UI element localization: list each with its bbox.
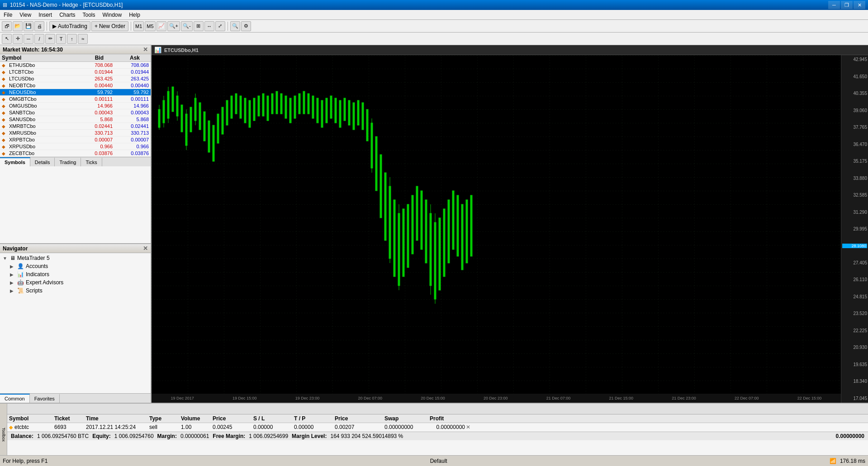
navigator-tree: ▼ 🖥 MetaTrader 5 ▶ 👤 Accounts ▶ 📊 Indica… [0, 253, 151, 393]
market-watch-row-xrpbtcbo[interactable]: ◆ XRPBTCbo 0.00007 0.00007 [0, 137, 151, 143]
svg-rect-43 [348, 100, 350, 125]
nav-icon: 👤 [17, 263, 24, 269]
mw-tab-trading[interactable]: Trading [55, 157, 81, 166]
line-btn[interactable]: / [34, 34, 44, 44]
market-watch-row-ltcusdbo[interactable]: ◆ LTCUSDbo 263.425 263.425 [0, 75, 151, 82]
price-42945: 42.945 [842, 57, 867, 62]
text-btn[interactable]: T [56, 34, 66, 44]
svg-rect-57 [412, 195, 413, 254]
mw-tab-details[interactable]: Details [30, 157, 55, 166]
menu-file[interactable]: File [0, 10, 16, 19]
svg-rect-39 [330, 96, 332, 118]
market-watch-row-ltcbtcbo[interactable]: ◆ LTCBTCbo 0.01944 0.01944 [0, 69, 151, 75]
neworder-btn[interactable]: + New Order [91, 21, 128, 31]
menu-view[interactable]: View [16, 10, 35, 19]
market-watch-row-neobtcbo[interactable]: ◆ NEOBTCbo 0.00440 0.00440 [0, 82, 151, 89]
zoom-out[interactable]: 🔍- [181, 21, 193, 31]
trade-volume: 1.00 [181, 424, 213, 430]
autotrading-label: AutoTrading [58, 23, 87, 29]
navigator-close[interactable]: ✕ [143, 245, 148, 252]
mw-ask: 0.02441 [113, 123, 149, 129]
menu-charts[interactable]: Charts [56, 10, 79, 19]
market-watch-row-omgusdbo[interactable]: ◆ OMGUSDbo 14.966 14.966 [0, 103, 151, 109]
nav-item-indicators[interactable]: ▶ 📊 Indicators [1, 270, 150, 278]
chart-area[interactable]: 📊 ETCUSDbo,H1 [152, 45, 868, 403]
svg-rect-45 [357, 100, 359, 125]
draw-btn[interactable]: ✏ [45, 34, 55, 44]
col-ask: Ask [104, 55, 140, 61]
search-btn[interactable]: 🔍 [230, 21, 240, 31]
navigator-header: Navigator ✕ [0, 244, 151, 253]
nav-tab-common[interactable]: Common [0, 394, 30, 403]
status-center: Default [430, 458, 447, 464]
market-watch-row-xmrusdbo[interactable]: ◆ XMRUSDbo 330.713 330.713 [0, 130, 151, 137]
market-watch-row-zecbtcbo[interactable]: ◆ ZECBTCbo 0.03876 0.03876 [0, 150, 151, 157]
nav-item-scripts[interactable]: ▶ 📜 Scripts [1, 287, 150, 295]
sep1 [47, 22, 47, 31]
menu-window[interactable]: Window [99, 10, 126, 19]
chart-scroll[interactable]: ↔ [204, 21, 214, 31]
menu-tools[interactable]: Tools [79, 10, 99, 19]
close-button[interactable]: ✕ [854, 1, 865, 9]
chart-auto[interactable]: ⤢ [215, 21, 225, 31]
nav-item-metatrader-5[interactable]: ▼ 🖥 MetaTrader 5 [1, 254, 150, 262]
svg-rect-38 [326, 98, 327, 123]
hline-btn[interactable]: ─ [24, 34, 33, 44]
open-btn[interactable]: 📂 [13, 21, 23, 31]
arrow-btn[interactable]: ↑ [67, 34, 77, 44]
nav-item-expert-advisors[interactable]: ▶ 🤖 Expert Advisors [1, 278, 150, 287]
zoom-in[interactable]: 🔍+ [167, 21, 180, 31]
svg-rect-4 [172, 87, 174, 112]
autotrading-icon: ▶ [52, 23, 57, 29]
nav-tab-favorites[interactable]: Favorites [30, 394, 60, 403]
time-label-2: 19 Dec 15:00 [232, 396, 257, 400]
mw-bid: 0.03876 [76, 151, 113, 156]
toolbar1: 🗗 📂 💾 🖨 ▶ AutoTrading + New Order M1 M5 … [0, 20, 868, 33]
market-watch-row-xrpusdbo[interactable]: ◆ XRPUSDbo 0.966 0.966 [0, 143, 151, 150]
mw-ask: 0.00043 [113, 110, 149, 115]
print-btn[interactable]: 🖨 [34, 21, 44, 31]
minimize-button[interactable]: ─ [828, 1, 840, 9]
chart-grid[interactable]: ⊞ [194, 21, 204, 31]
mw-bid: 330.713 [76, 130, 113, 136]
new-chart-btn[interactable]: 🗗 [2, 21, 12, 31]
period-m1[interactable]: M1 [133, 21, 144, 31]
mw-tab-ticks[interactable]: Ticks [81, 157, 102, 166]
market-watch-row-xmrbtcbo[interactable]: ◆ XMRBTCbo 0.02441 0.02441 [0, 123, 151, 130]
th-profit: Profit [430, 415, 470, 422]
restore-button[interactable]: ❐ [841, 1, 853, 9]
market-watch-close[interactable]: ✕ [143, 46, 148, 53]
time-label-7: 21 Dec 07:00 [546, 396, 571, 400]
autotrading-btn[interactable]: ▶ AutoTrading [49, 21, 90, 31]
svg-rect-56 [407, 204, 409, 268]
mw-tab-symbols[interactable]: Symbols [0, 157, 30, 166]
mw-symbol-name: LTCUSDbo [9, 76, 76, 81]
mw-ask: 263.425 [113, 76, 149, 81]
trade-row[interactable]: ◆ etcbtc 6693 2017.12.21 14:25:24 sell 1… [7, 423, 868, 432]
market-watch-list[interactable]: ◆ ETHUSDbo 708.068 708.068 ◆ LTCBTCbo 0.… [0, 62, 151, 157]
svg-rect-15 [222, 107, 223, 134]
free-margin-value: 1 006.09254699 [249, 433, 288, 439]
market-watch-row-sanusdbo[interactable]: ◆ SANUSDbo 5.868 5.868 [0, 116, 151, 123]
market-watch-row-neousdbo[interactable]: ◆ NEOUSDbo 59.792 59.792 [0, 89, 151, 96]
menu-insert[interactable]: Insert [35, 10, 56, 19]
cursor-btn[interactable]: ↖ [2, 34, 12, 44]
crosshair-btn[interactable]: ✛ [13, 34, 23, 44]
market-watch-header: Market Watch: 16:54:30 ✕ [0, 45, 151, 54]
svg-rect-69 [466, 200, 468, 263]
time-label-11: 22 Dec 15:00 [797, 396, 822, 400]
nav-item-accounts[interactable]: ▶ 👤 Accounts [1, 262, 150, 270]
period-m5[interactable]: M5 [145, 21, 155, 31]
save-btn[interactable]: 💾 [24, 21, 33, 31]
menu-help[interactable]: Help [125, 10, 144, 19]
fibo-btn[interactable]: ≈ [78, 34, 88, 44]
trade-close-btn[interactable]: ✕ [466, 424, 470, 430]
market-watch-row-omgbtcbo[interactable]: ◆ OMGBTCbo 0.00111 0.00111 [0, 96, 151, 103]
settings-btn[interactable]: ⚙ [241, 21, 251, 31]
market-watch-row-sanbtcbo[interactable]: ◆ SANBTCbo 0.00043 0.00043 [0, 109, 151, 116]
period-chart[interactable]: 📈 [157, 21, 166, 31]
market-watch-row-ethusdbo[interactable]: ◆ ETHUSDbo 708.068 708.068 [0, 62, 151, 69]
mw-bid: 0.966 [76, 144, 113, 149]
price-23520: 23.520 [842, 311, 867, 316]
svg-rect-55 [403, 209, 404, 277]
